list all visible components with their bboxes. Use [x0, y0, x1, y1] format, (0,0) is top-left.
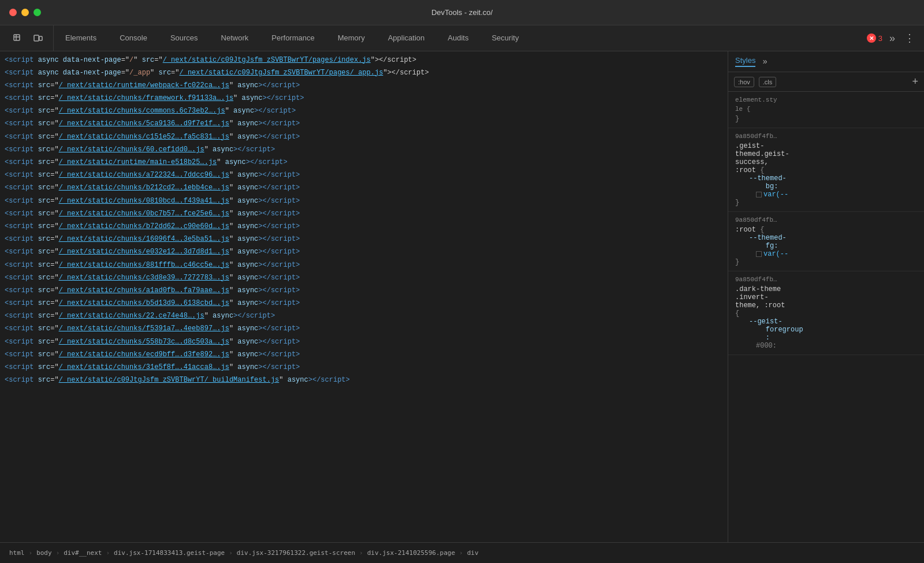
breadcrumb-separator: › — [29, 549, 33, 557]
breadcrumb-html[interactable]: html — [7, 548, 27, 558]
breadcrumb-page[interactable]: div.jsx-2141025596.page — [365, 548, 457, 558]
main-content: <script async data-next-page="/" src="/_… — [0, 51, 924, 542]
code-line[interactable]: <script src="/_next/static/chunks/ecd9bf… — [0, 348, 728, 361]
svg-rect-4 — [39, 36, 42, 40]
rule-selector-root: :root { — [735, 166, 917, 174]
code-line[interactable]: <script src="/_next/static/chunks/a72232… — [0, 169, 728, 182]
rule-selector: .geist-themed.geist-success, — [735, 142, 917, 166]
window-title: DevTools - zeit.co/ — [431, 8, 493, 17]
rule-value: var(-- — [735, 250, 917, 258]
rule-selector: :root { — [735, 226, 917, 234]
rule-selector-dark: .dark-theme.invert-theme, :root — [735, 285, 917, 310]
more-tabs-button[interactable]: » — [887, 30, 897, 47]
code-line[interactable]: <script src="/_next/static/chunks/a1ad0f… — [0, 284, 728, 297]
code-line[interactable]: <script src="/_next/static/chunks/60.cef… — [0, 143, 728, 156]
code-line[interactable]: <script src="/_next/static/chunks/558b73… — [0, 335, 728, 348]
code-line[interactable]: <script src="/_next/static/chunks/5ca913… — [0, 118, 728, 131]
rule-origin: 9a850df4fb… — [735, 133, 917, 140]
code-line[interactable]: <script async data-next-page="/" src="/_… — [0, 54, 728, 66]
error-badge-button[interactable]: ✕ 3 — [867, 33, 882, 43]
code-line[interactable]: <script src="/_next/static/chunks/f5391a… — [0, 323, 728, 335]
breadcrumb-geist-page[interactable]: div.jsx-1714833413.geist-page — [111, 548, 227, 558]
rule-brace-open: { — [735, 310, 917, 318]
code-line[interactable]: <script src="/_next/static/c09JtgJsfm_zS… — [0, 374, 728, 387]
add-style-rule-button[interactable]: + — [912, 76, 918, 88]
devtools-tabbar: Elements Console Sources Network Perform… — [0, 25, 924, 51]
breadcrumb-separator: › — [459, 549, 463, 557]
styles-chevron-icon[interactable]: » — [762, 57, 767, 66]
tab-security[interactable]: Security — [480, 25, 530, 51]
svg-rect-0 — [14, 35, 20, 40]
breadcrumb-body[interactable]: body — [34, 548, 54, 558]
styles-panel: Styles » :hov .cls + element.sty le { } … — [728, 51, 924, 542]
tab-console[interactable]: Console — [108, 25, 159, 51]
code-line[interactable]: <script src="/_next/static/chunks/c3d8e3… — [0, 271, 728, 284]
minimize-button[interactable] — [21, 9, 29, 16]
window-controls[interactable] — [9, 9, 41, 16]
titlebar: DevTools - zeit.co/ — [0, 0, 924, 25]
tab-memory[interactable]: Memory — [326, 25, 377, 51]
elements-panel[interactable]: <script async data-next-page="/" src="/_… — [0, 51, 728, 542]
code-line[interactable]: <script src="/_next/static/chunks/e032e1… — [0, 246, 728, 259]
tab-network[interactable]: Network — [210, 25, 260, 51]
code-line[interactable]: <script src="/_next/static/chunks/b5d13d… — [0, 297, 728, 310]
error-count: 3 — [878, 34, 882, 43]
tab-audits[interactable]: Audits — [436, 25, 480, 51]
code-line[interactable]: <script src="/_next/static/chunks/framew… — [0, 92, 728, 105]
style-rule-themed-fg: 9a850df4fb… :root { --themed- fg: var(--… — [728, 212, 924, 271]
cls-button[interactable]: .cls — [759, 77, 777, 87]
breadcrumb-bar: html › body › div#__next › div.jsx-17148… — [0, 542, 924, 563]
rule-close: } — [735, 199, 917, 207]
close-button[interactable] — [9, 9, 17, 16]
rule-origin: element.sty — [735, 96, 917, 103]
tab-application[interactable]: Application — [377, 25, 437, 51]
devtools-menu-button[interactable]: ⋮ — [902, 29, 917, 47]
devtools-tabs: Elements Console Sources Network Perform… — [54, 25, 530, 51]
style-rule-element: element.sty le { } — [728, 92, 924, 128]
maximize-button[interactable] — [33, 9, 41, 16]
rule-close-brace: } — [735, 115, 917, 123]
code-line[interactable]: <script src="/_next/static/chunks/b212cd… — [0, 182, 728, 195]
breadcrumb-separator: › — [106, 549, 110, 557]
code-line[interactable]: <script src="/_next/static/chunks/b72dd6… — [0, 220, 728, 233]
tab-performance[interactable]: Performance — [260, 25, 326, 51]
breadcrumb-div[interactable]: div — [465, 548, 481, 558]
device-toolbar-icon[interactable] — [30, 30, 46, 46]
inspector-icon[interactable] — [9, 30, 25, 46]
rule-property: --geist- foregroup : — [735, 318, 917, 342]
hov-button[interactable]: :hov — [734, 77, 754, 87]
code-line[interactable]: <script src="/_next/static/runtime/main-… — [0, 156, 728, 169]
code-line[interactable]: <script src="/_next/static/chunks/0bc7b5… — [0, 207, 728, 220]
error-icon: ✕ — [867, 33, 876, 43]
code-line[interactable]: <script src="/_next/static/chunks/16096f… — [0, 233, 728, 246]
code-line[interactable]: <script src="/_next/static/chunks/c151e5… — [0, 131, 728, 143]
breadcrumb-geist-screen[interactable]: div.jsx-3217961322.geist-screen — [234, 548, 357, 558]
styles-panel-header: Styles » — [728, 51, 924, 72]
breadcrumb-separator: › — [359, 549, 363, 557]
rule-property: --themed- fg: — [735, 234, 917, 250]
styles-tab[interactable]: Styles — [735, 56, 755, 67]
code-line[interactable]: <script src="/_next/static/chunks/881fff… — [0, 259, 728, 271]
tab-elements[interactable]: Elements — [54, 25, 108, 51]
code-line[interactable]: <script src="/_next/static/runtime/webpa… — [0, 79, 728, 92]
rule-value: #000: — [735, 342, 917, 350]
rule-value: var(-- — [735, 191, 917, 199]
code-line[interactable]: <script src="/_next/static/chunks/0810bc… — [0, 195, 728, 207]
style-rule-geist-success: 9a850df4fb… .geist-themed.geist-success,… — [728, 128, 924, 212]
breadcrumb-separator: › — [229, 549, 233, 557]
styles-filter-bar: :hov .cls + — [728, 72, 924, 92]
rule-origin: 9a850df4fb… — [735, 276, 917, 283]
code-line[interactable]: <script src="/_next/static/chunks/common… — [0, 105, 728, 118]
svg-rect-3 — [34, 35, 39, 41]
tabbar-right: ✕ 3 » ⋮ — [867, 29, 924, 47]
rule-origin: 9a850df4fb… — [735, 217, 917, 223]
breadcrumb-div-next[interactable]: div#__next — [61, 548, 104, 558]
rule-close: } — [735, 258, 917, 266]
rule-origin-cont: le { — [735, 106, 917, 113]
code-line[interactable]: <script src="/_next/static/chunks/31e5f8… — [0, 361, 728, 374]
devtools-toolbar-icons — [2, 25, 54, 51]
code-line[interactable]: <script src="/_next/static/chunks/22.ce7… — [0, 310, 728, 323]
tab-sources[interactable]: Sources — [159, 25, 210, 51]
breadcrumb-separator: › — [56, 549, 60, 557]
code-line[interactable]: <script async data-next-page="/_app" src… — [0, 66, 728, 79]
